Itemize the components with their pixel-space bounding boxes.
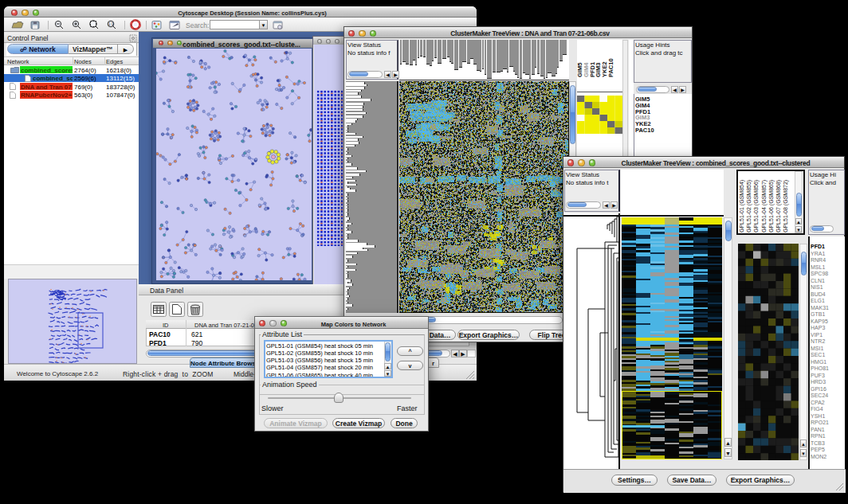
svg-text:PAC10: PAC10	[607, 58, 614, 77]
svg-text:GPL51-08 (GSM872): GPL51-08 (GSM872)	[783, 180, 789, 232]
svg-text:GPL51-06 (GSM865): GPL51-06 (GSM865)	[768, 180, 775, 232]
svg-text:GPL51-04 (GSM857): GPL51-04 (GSM857)	[761, 180, 768, 232]
svg-text:GPL51-07 (GSM868): GPL51-07 (GSM868)	[775, 180, 782, 232]
svg-text:GPL51-01 (GSM854): GPL51-01 (GSM854)	[739, 180, 745, 232]
svg-text:GPL51-03 (GSM856): GPL51-03 (GSM856)	[753, 180, 760, 232]
svg-text:1:1: 1:1	[108, 22, 114, 26]
svg-text:GPL51-02 (GSM855): GPL51-02 (GSM855)	[746, 180, 752, 232]
